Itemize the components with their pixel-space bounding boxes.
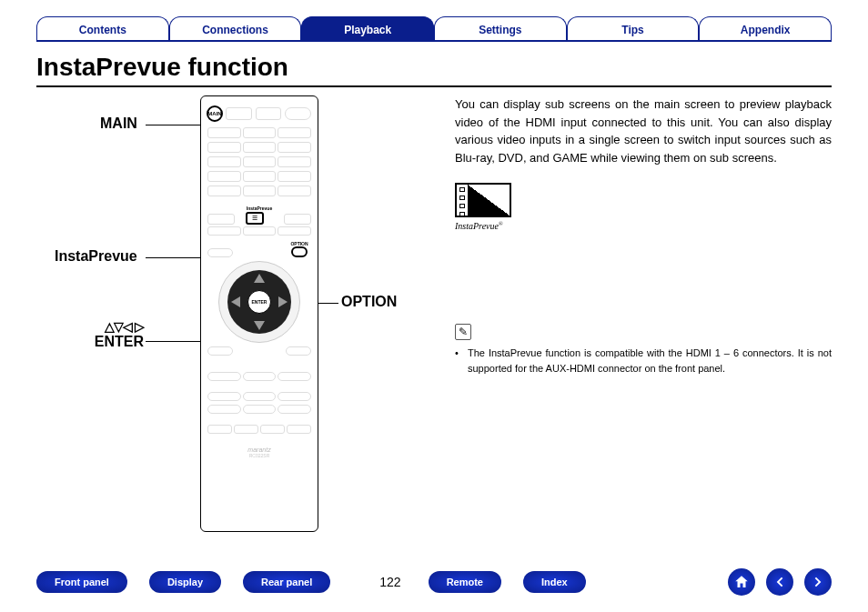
nav-rear-panel[interactable]: Rear panel xyxy=(243,571,330,593)
callout-arrows: △▽◁ ▷ xyxy=(80,319,144,334)
body-paragraph: You can display sub screens on the main … xyxy=(455,95,832,166)
nav-front-panel[interactable]: Front panel xyxy=(36,571,127,593)
tab-appendix[interactable]: Appendix xyxy=(699,16,832,40)
content-area: MAIN InstaPrevue OPTION △▽◁ ▷ ENTER MAIN xyxy=(36,95,832,557)
remote-enter-button: ENTER xyxy=(247,290,271,314)
remote-model: RC022SR xyxy=(207,453,312,458)
forward-button[interactable] xyxy=(804,568,832,596)
tab-connections[interactable]: Connections xyxy=(169,16,302,40)
tab-settings[interactable]: Settings xyxy=(434,16,567,40)
instaprevue-logo-text: InstaPrevue® xyxy=(455,219,832,233)
callout-enter: ENTER xyxy=(80,334,144,350)
top-nav-tabs: Contents Connections Playback Settings T… xyxy=(36,16,832,42)
nav-index[interactable]: Index xyxy=(523,571,586,593)
nav-remote[interactable]: Remote xyxy=(429,571,501,593)
note-icon: ✎ xyxy=(455,324,471,340)
remote-option-button xyxy=(291,246,308,257)
back-button[interactable] xyxy=(766,568,793,596)
tab-tips[interactable]: Tips xyxy=(567,16,700,40)
arrow-right-icon xyxy=(811,575,825,589)
tab-contents[interactable]: Contents xyxy=(36,16,169,40)
home-icon xyxy=(733,574,750,590)
callout-main: MAIN xyxy=(100,115,137,132)
remote-option-tiny-label: OPTION xyxy=(287,241,312,246)
bullet-dot: • xyxy=(455,346,468,376)
page-number: 122 xyxy=(379,575,400,589)
remote-dpad: ENTER xyxy=(218,261,300,343)
page-title: InstaPrevue function xyxy=(36,53,832,87)
remote-brand: marantz xyxy=(207,446,312,453)
remote-main-button: MAIN xyxy=(207,105,223,122)
remote-control-diagram: MAIN InstaPrevue ☰ xyxy=(200,95,318,532)
tab-playback[interactable]: Playback xyxy=(301,16,434,40)
instaprevue-logo-icon xyxy=(455,183,511,217)
callout-instaprevue: InstaPrevue xyxy=(55,248,137,265)
remote-instaprevue-button: ☰ xyxy=(246,212,264,225)
remote-instaprevue-tiny-label: InstaPrevue xyxy=(246,206,273,211)
remote-diagram-area: MAIN InstaPrevue OPTION △▽◁ ▷ ENTER MAIN xyxy=(36,95,437,557)
body-text-area: You can display sub screens on the main … xyxy=(437,95,832,557)
note-text: The InstaPrevue function is compatible w… xyxy=(468,346,832,376)
callout-option: OPTION xyxy=(341,294,397,310)
instaprevue-logo: InstaPrevue® xyxy=(455,183,832,233)
nav-display[interactable]: Display xyxy=(149,571,221,593)
bottom-nav: Front panel Display Rear panel 122 Remot… xyxy=(36,568,832,596)
arrow-left-icon xyxy=(772,575,787,589)
home-button[interactable] xyxy=(728,568,755,596)
